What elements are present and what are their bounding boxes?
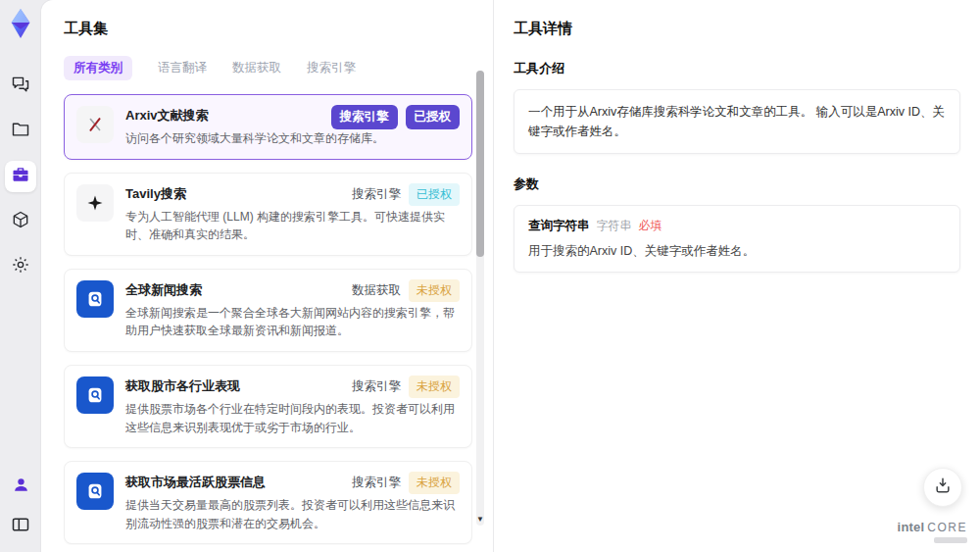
category-badge: 搜索引擎 <box>331 105 398 129</box>
tab-3[interactable]: 搜索引擎 <box>307 56 356 80</box>
badge-group: 搜索引擎未授权 <box>352 376 460 398</box>
app-root: 工具集 所有类别语言翻译数据获取搜索引擎 Arxiv文献搜索访问各个研究领域大量… <box>0 0 980 552</box>
nav-rail <box>0 0 41 552</box>
status-badge: 未授权 <box>409 376 460 398</box>
tool-list: Arxiv文献搜索访问各个研究领域大量科学论文和文章的存储库。搜索引擎已授权Ta… <box>64 94 472 545</box>
tab-2[interactable]: 数据获取 <box>232 56 281 80</box>
user-icon <box>12 476 30 499</box>
scrollbar-down-arrow[interactable]: ▼ <box>476 516 484 524</box>
nav-user[interactable] <box>5 472 36 503</box>
gear-icon <box>11 255 30 279</box>
briefcase-icon <box>11 165 30 189</box>
nav-toolbox[interactable] <box>5 161 36 192</box>
app-search-icon <box>76 376 114 414</box>
layout-panel-icon <box>11 515 30 539</box>
status-badge: 未授权 <box>409 279 460 302</box>
param-description: 用于搜索的Arxiv ID、关键字或作者姓名。 <box>528 243 946 260</box>
nav-settings[interactable] <box>5 251 36 282</box>
nav-chat[interactable] <box>5 71 36 102</box>
parameter-list: 查询字符串字符串必填用于搜索的Arxiv ID、关键字或作者姓名。 <box>514 205 960 273</box>
param-required-flag: 必填 <box>639 218 662 234</box>
badge-group: 搜索引擎已授权 <box>352 183 460 206</box>
intel-core-logo: intelCORE <box>898 518 967 543</box>
star-icon <box>76 184 114 222</box>
badge-group: 搜索引擎未授权 <box>352 472 460 494</box>
params-heading: 参数 <box>514 176 960 193</box>
param-type: 字符串 <box>597 218 632 234</box>
status-badge: 已授权 <box>409 183 460 206</box>
cube-icon <box>11 210 30 234</box>
category-label: 搜索引擎 <box>352 378 401 395</box>
category-label: 搜索引擎 <box>352 186 401 203</box>
parameter-item: 查询字符串字符串必填用于搜索的Arxiv ID、关键字或作者姓名。 <box>514 205 960 273</box>
tool-description: 全球新闻搜索是一个聚合全球各大新闻网站内容的搜索引擎，帮助用户快速获取全球最新资… <box>125 304 460 340</box>
tool-description: 访问各个研究领域大量科学论文和文章的存储库。 <box>125 129 460 148</box>
tab-0[interactable]: 所有类别 <box>64 56 132 80</box>
category-label: 搜索引擎 <box>352 475 401 491</box>
core-text: CORE <box>927 521 967 534</box>
diamond-logo-icon <box>6 7 35 44</box>
status-badge: 未授权 <box>409 472 460 494</box>
tool-description: 提供当天交易量最高的股票列表。投资者可以利用这些信息来识别流动性强的股票和潜在的… <box>125 496 460 532</box>
intro-heading: 工具介绍 <box>514 60 960 77</box>
param-name: 查询字符串 <box>528 218 590 234</box>
category-tabs: 所有类别语言翻译数据获取搜索引擎 <box>64 56 469 80</box>
download-button[interactable] <box>923 468 962 507</box>
badge-group: 搜索引擎已授权 <box>331 105 461 129</box>
status-badge: 已授权 <box>406 105 461 129</box>
arxiv-icon <box>76 106 114 143</box>
nav-folder[interactable] <box>5 116 36 147</box>
tool-card[interactable]: 获取市场最活跃股票信息提供当天交易量最高的股票列表。投资者可以利用这些信息来识别… <box>64 461 472 544</box>
folder-icon <box>11 120 30 144</box>
tool-description: 专为人工智能代理 (LLM) 构建的搜索引擎工具。可快速提供实时、准确和真实的结… <box>125 208 460 244</box>
tab-1[interactable]: 语言翻译 <box>158 56 207 80</box>
badge-group: 数据获取未授权 <box>352 279 460 302</box>
intel-text: intel <box>898 520 925 534</box>
tool-card[interactable]: 全球新闻搜索全球新闻搜索是一个聚合全球各大新闻网站内容的搜索引擎，帮助用户快速获… <box>64 269 472 352</box>
logo-subtext-blur <box>934 537 967 543</box>
app-search-icon <box>76 280 114 318</box>
tool-card[interactable]: Arxiv文献搜索访问各个研究领域大量科学论文和文章的存储库。搜索引擎已授权 <box>64 94 472 160</box>
app-logo[interactable] <box>5 8 36 43</box>
category-label: 数据获取 <box>352 282 401 299</box>
download-icon <box>933 476 953 499</box>
tool-detail-panel: 工具详情 工具介绍 一个用于从Arxiv存储库搜索科学论文和文章的工具。 输入可… <box>493 0 980 552</box>
chat-icon <box>11 75 30 99</box>
app-search-icon <box>76 473 114 510</box>
scrollbar-thumb[interactable] <box>476 71 484 257</box>
main-surface: 工具集 所有类别语言翻译数据获取搜索引擎 Arxiv文献搜索访问各个研究领域大量… <box>41 0 980 552</box>
tool-intro-text: 一个用于从Arxiv存储库搜索科学论文和文章的工具。 输入可以是Arxiv ID… <box>514 89 960 154</box>
tool-list-panel: 工具集 所有类别语言翻译数据获取搜索引擎 Arxiv文献搜索访问各个研究领域大量… <box>41 0 493 552</box>
nav-collapse[interactable] <box>5 511 36 542</box>
page-title: 工具集 <box>64 20 469 38</box>
detail-title: 工具详情 <box>514 20 960 38</box>
tool-card[interactable]: 获取股市各行业表现提供股票市场各个行业在特定时间段内的表现。投资者可以利用这些信… <box>64 365 472 448</box>
tool-description: 提供股票市场各个行业在特定时间段内的表现。投资者可以利用这些信息来识别表现优于或… <box>125 400 460 436</box>
tool-card[interactable]: Tavily搜索专为人工智能代理 (LLM) 构建的搜索引擎工具。可快速提供实时… <box>64 173 472 256</box>
nav-models[interactable] <box>5 206 36 237</box>
list-scrollbar[interactable]: ▼ <box>476 71 484 526</box>
